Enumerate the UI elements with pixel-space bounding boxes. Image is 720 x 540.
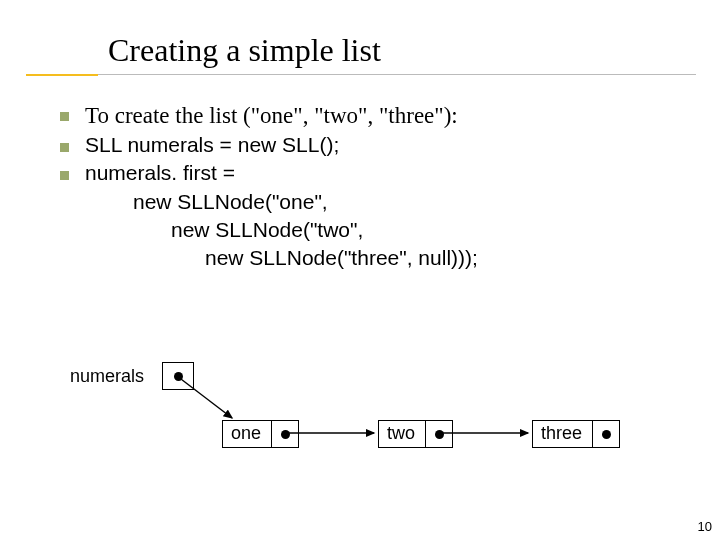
bullet-square-icon (60, 112, 69, 121)
slide-title: Creating a simple list (108, 32, 381, 69)
page-number: 10 (698, 519, 712, 534)
bullet-text: To create the list ("one", "two", "three… (85, 100, 680, 131)
arrows-layer (70, 362, 690, 482)
pointer-arrow-icon (177, 376, 232, 418)
bullet-square-icon (60, 171, 69, 180)
linked-list-diagram: numerals one two three (70, 362, 690, 482)
bullet-item: SLL numerals = new SLL(); (60, 131, 680, 159)
bullet-text: numerals. first = new SLLNode("one", new… (85, 159, 680, 272)
title-accent (26, 74, 98, 76)
title-bar: Creating a simple list (0, 22, 720, 58)
code-line: numerals. first = (85, 159, 680, 187)
title-underline (26, 74, 696, 75)
code-line: new SLLNode("one", (133, 188, 680, 216)
code-line: new SLLNode("three", null))); (205, 244, 680, 272)
bullet-square-icon (60, 143, 69, 152)
bullet-item: numerals. first = new SLLNode("one", new… (60, 159, 680, 272)
content-area: To create the list ("one", "two", "three… (60, 100, 680, 273)
bullet-item: To create the list ("one", "two", "three… (60, 100, 680, 131)
bullet-text: SLL numerals = new SLL(); (85, 131, 680, 159)
code-line: new SLLNode("two", (171, 216, 680, 244)
